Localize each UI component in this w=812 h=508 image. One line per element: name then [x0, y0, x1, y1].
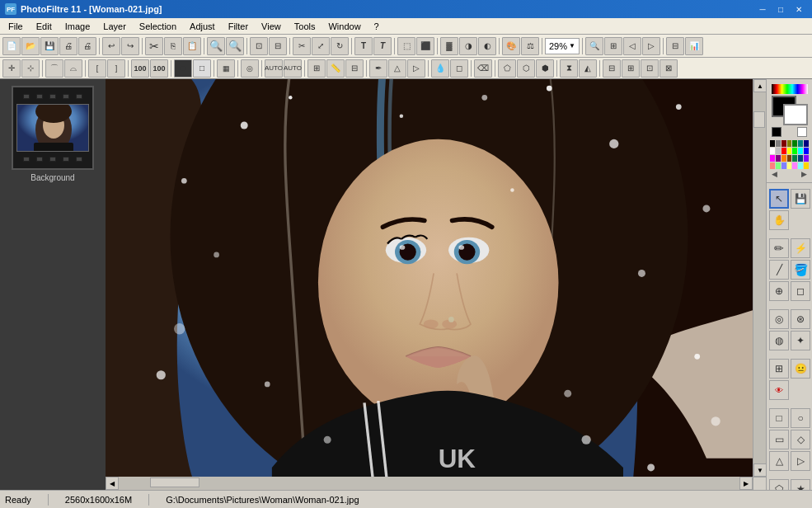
color-swatch[interactable] — [798, 140, 803, 147]
color-swatch[interactable] — [792, 148, 797, 154]
arrow-shape-tool[interactable]: ▷ — [791, 451, 810, 471]
grid-pattern-tool[interactable]: ⊞ — [769, 359, 789, 379]
menu-window[interactable]: Window — [322, 18, 367, 35]
scroll-thumb-v[interactable] — [753, 111, 765, 128]
color-swatch[interactable] — [787, 155, 792, 162]
hardness-btn[interactable]: ◎ — [241, 59, 259, 78]
extras-btn[interactable]: ⊟ — [666, 37, 684, 55]
face-detect-tool[interactable]: 😐 — [791, 359, 810, 379]
vertical-scrollbar[interactable]: ▲ ▼ — [753, 79, 766, 477]
color-prev-arrow[interactable]: ◀ — [772, 170, 777, 178]
scroll-thumb-h[interactable] — [150, 477, 199, 487]
hue-button[interactable]: 🎨 — [502, 37, 520, 55]
star-shape-tool[interactable]: ★ — [791, 479, 810, 490]
histogram-btn[interactable]: 📊 — [685, 37, 703, 55]
scroll-right-button[interactable]: ▶ — [739, 477, 753, 490]
levels-button[interactable]: ▓ — [440, 37, 458, 55]
menu-image[interactable]: Image — [59, 18, 97, 35]
menu-selection[interactable]: Selection — [133, 18, 183, 35]
color-swatch[interactable] — [798, 148, 803, 154]
menu-help[interactable]: ? — [368, 18, 386, 35]
hand-pan-tool[interactable]: ✋ — [769, 210, 789, 230]
auto-level-btn[interactable]: AUTO — [265, 59, 283, 78]
airbrush-btn[interactable]: 💧 — [431, 59, 449, 78]
dodge-btn[interactable]: ◭ — [579, 59, 597, 78]
color-swatch[interactable] — [781, 148, 786, 154]
opacity-btn[interactable]: 100 — [131, 59, 149, 78]
save-button[interactable]: 💾 — [40, 37, 59, 55]
wand-tool[interactable]: ⚡ — [791, 238, 810, 258]
menu-adjust[interactable]: Adjust — [183, 18, 222, 35]
brush-size-up[interactable]: ] — [107, 59, 125, 78]
extra2-btn[interactable]: ⊞ — [622, 59, 640, 78]
sharpen-retouch-tool[interactable]: ✦ — [791, 331, 810, 350]
color-swatch[interactable] — [804, 162, 809, 169]
filter1-btn[interactable]: ⬠ — [498, 59, 516, 78]
zoom-display[interactable]: 29% ▼ — [545, 38, 580, 54]
reset-colors-icon[interactable] — [772, 127, 781, 137]
color-swatch[interactable] — [776, 148, 781, 154]
color-spectrum[interactable] — [772, 84, 808, 94]
pen-tool[interactable]: ✒ — [369, 59, 387, 78]
color-swatch[interactable] — [792, 140, 797, 147]
color-swatch[interactable] — [776, 140, 781, 147]
bucket-fill-tool[interactable]: 🪣 — [791, 260, 810, 280]
extra4-btn[interactable]: ⊠ — [659, 59, 678, 78]
filter2-btn[interactable]: ⬡ — [517, 59, 535, 78]
color-swatch[interactable] — [804, 148, 809, 154]
redeye-fix-tool[interactable]: 👁 — [769, 380, 789, 400]
scroll-track-h[interactable] — [119, 477, 739, 490]
filter3-btn[interactable]: ⬢ — [536, 59, 554, 78]
color-swatch[interactable] — [792, 162, 797, 169]
swap-colors-icon[interactable] — [797, 127, 807, 137]
crop-button[interactable]: ✂ — [293, 37, 311, 55]
pencil-draw-tool[interactable]: ✏ — [769, 238, 789, 258]
layer-thumbnail[interactable] — [16, 104, 89, 152]
background-color-swatch[interactable]: □ — [193, 59, 211, 78]
scroll-up-button[interactable]: ▲ — [753, 79, 766, 92]
arrow-select-tool[interactable]: ↖ — [769, 189, 789, 209]
color-swatch[interactable] — [770, 162, 775, 169]
paste-button[interactable]: 📋 — [183, 37, 201, 55]
zoom-tool-btn[interactable]: 🔍 — [585, 37, 603, 55]
undo-button[interactable]: ↩ — [102, 37, 120, 55]
actual-size-button[interactable]: ⊟ — [269, 37, 287, 55]
open-button[interactable]: 📂 — [21, 37, 40, 55]
rubber-btn[interactable]: ⌫ — [474, 59, 492, 78]
dodge-retouch-tool[interactable]: ◍ — [769, 331, 789, 350]
ellipse-shape-tool[interactable]: ○ — [791, 408, 810, 428]
minimize-button[interactable]: ─ — [754, 2, 771, 16]
scroll-down-button[interactable]: ▼ — [753, 463, 766, 477]
zoom-in-button[interactable]: 🔍 — [226, 37, 244, 55]
color-balance-button[interactable]: ⚖ — [521, 37, 539, 55]
text2-button[interactable]: T — [373, 37, 392, 55]
transform2-button[interactable]: ⬛ — [416, 37, 434, 55]
color-swatch[interactable] — [804, 140, 809, 147]
menu-file[interactable]: File — [2, 18, 30, 35]
new-button[interactable]: 📄 — [2, 37, 21, 55]
rect-shape-tool[interactable]: □ — [769, 408, 789, 428]
resize-button[interactable]: ⤢ — [312, 37, 330, 55]
color-swatch[interactable] — [787, 162, 792, 169]
move-tool[interactable]: ✛ — [2, 59, 21, 78]
transform-button[interactable]: ⬚ — [397, 37, 415, 55]
rounded-rect-tool[interactable]: ▭ — [769, 430, 789, 449]
menu-layer[interactable]: Layer — [96, 18, 133, 35]
cut-button[interactable]: ✂ — [145, 37, 163, 55]
nudge-tool[interactable]: ⊹ — [21, 59, 40, 78]
opacity-btn2[interactable]: 100 — [150, 59, 168, 78]
blend-mode-btn[interactable]: ▦ — [217, 59, 235, 78]
close-button[interactable]: ✕ — [791, 2, 807, 16]
auto-contrast-btn[interactable]: AUTO — [284, 59, 302, 78]
zoom-dropdown-icon[interactable]: ▼ — [569, 42, 575, 49]
background-color[interactable] — [783, 104, 808, 125]
color-swatch[interactable] — [787, 140, 792, 147]
gradient-btn[interactable]: ◻ — [450, 59, 468, 78]
text-button[interactable]: T — [354, 37, 373, 55]
image-canvas[interactable]: UK YORK — [106, 79, 753, 477]
color-swatch[interactable] — [770, 140, 775, 147]
print-button[interactable]: 🖨 — [59, 37, 77, 55]
color-swatch[interactable] — [781, 155, 786, 162]
redo-button[interactable]: ↪ — [121, 37, 139, 55]
color-swatch[interactable] — [787, 148, 792, 154]
